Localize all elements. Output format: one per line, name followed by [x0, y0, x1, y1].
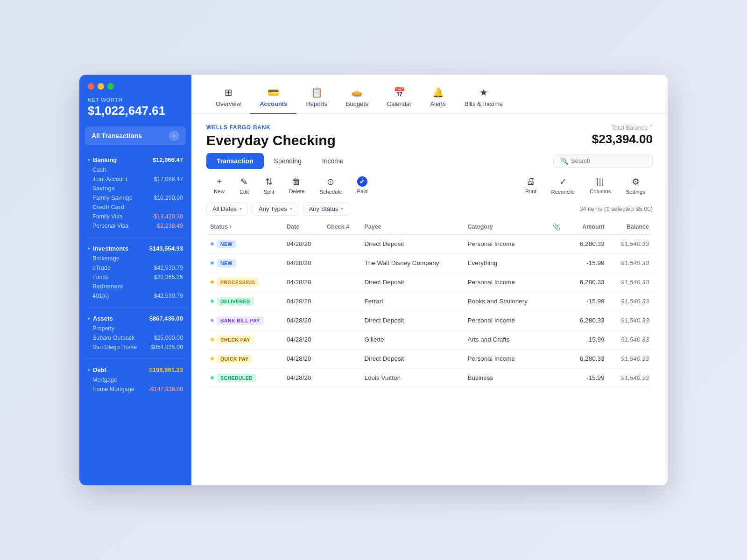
table-row[interactable]: DELIVERED 04/28/20 Ferrari Books and Sta…: [206, 292, 653, 311]
schedule-button[interactable]: ⊙ Schedule: [312, 174, 349, 197]
joint-account-label: Joint Account: [92, 176, 127, 182]
new-button[interactable]: + New: [206, 174, 232, 197]
sidebar-item-home-mortgage[interactable]: Home Mortgage -$147,939.00: [85, 385, 186, 394]
col-status[interactable]: Status ▾: [206, 218, 283, 235]
col-check[interactable]: Check #: [323, 218, 360, 235]
budgets-icon: 🥧: [351, 87, 363, 98]
sidebar-debt-section: ▾ Debt $196,961.23 Mortgage Home Mortgag…: [79, 362, 191, 398]
paid-label: Paid: [357, 189, 367, 194]
debt-header[interactable]: ▾ Debt $196,961.23: [85, 364, 186, 375]
sidebar-assets-section: ▾ Assets $867,435.00 Property Subaru Out…: [79, 310, 191, 356]
sidebar-item-mortgage[interactable]: Mortgage: [85, 375, 186, 385]
sidebar-item-personal-visa[interactable]: Personal Visa -$2,238.49: [85, 221, 186, 231]
all-transactions-button[interactable]: All Transactions ›: [85, 126, 186, 145]
budgets-label: Budgets: [346, 100, 368, 107]
category-cell: Personal Income: [464, 349, 549, 368]
savings-label: Savings: [92, 185, 115, 192]
sidebar-item-401k[interactable]: 401(k) $42,530.79: [85, 291, 186, 301]
sidebar-item-family-visa[interactable]: Family Visa -$13,420.30: [85, 212, 186, 221]
table-row[interactable]: BANK BILL PAY 04/28/20 Direct Deposit Pe…: [206, 311, 653, 330]
sidebar-item-brokerage[interactable]: Brokerage: [85, 254, 186, 263]
status-dot-icon: [210, 242, 214, 246]
maximize-button[interactable]: [107, 83, 114, 90]
paperclip-icon: 📎: [552, 223, 560, 231]
balance-cell: 91,540.33: [608, 234, 653, 253]
table-row[interactable]: NEW 04/28/20 The Walt Disney Company Eve…: [206, 253, 653, 273]
status-cell: NEW: [206, 253, 283, 273]
bills-label: Bills & Income: [465, 100, 503, 107]
sidebar-item-funds[interactable]: Funds $20,365.35: [85, 273, 186, 282]
tab-spending[interactable]: Spending: [264, 153, 312, 169]
delete-button[interactable]: 🗑 Delete: [282, 174, 312, 197]
sidebar-item-san-diego-home[interactable]: San Diego Home $854,825.00: [85, 343, 186, 352]
divider-1: [85, 237, 186, 238]
col-category[interactable]: Category: [464, 218, 549, 235]
dates-filter-label: All Dates: [212, 205, 237, 212]
col-amount[interactable]: Amount: [568, 218, 608, 235]
investments-header[interactable]: ▾ Investments $143,554.93: [85, 242, 186, 254]
minimize-button[interactable]: [98, 83, 104, 90]
print-button[interactable]: 🖨 Print: [518, 174, 544, 197]
nav-item-calendar[interactable]: 📅 Calendar: [378, 83, 421, 114]
nav-item-accounts[interactable]: 💳 Accounts: [250, 83, 296, 114]
status-cell: NEW: [206, 234, 283, 253]
nav-item-alerts[interactable]: 🔔 Alerts: [421, 83, 455, 114]
date-cell: 04/28/20: [283, 368, 323, 387]
sidebar-item-family-savings[interactable]: Family Savings $10,250.00: [85, 193, 186, 203]
balance-cell: 91,540.33: [608, 253, 653, 273]
nav-item-reports[interactable]: 📋 Reports: [296, 83, 337, 114]
nav-item-bills[interactable]: ★ Bills & Income: [455, 83, 512, 114]
balance-cell: 91,540.33: [608, 311, 653, 330]
schedule-icon: ⊙: [327, 176, 334, 187]
types-filter[interactable]: Any Types ▾: [253, 202, 298, 216]
banking-header[interactable]: ▾ Banking $12,066.47: [85, 154, 186, 165]
tab-income[interactable]: Income: [312, 153, 354, 169]
tab-search-row: Transaction Spending Income 🔍: [191, 153, 668, 169]
payee-cell: The Walt Disney Company: [360, 253, 464, 273]
delete-label: Delete: [289, 189, 304, 194]
sidebar-item-savings-header: Savings: [85, 184, 186, 193]
sidebar-item-property[interactable]: Property: [85, 324, 186, 333]
status-badge: QUICK PAY: [217, 355, 252, 363]
family-savings-label: Family Savings: [92, 195, 132, 201]
status-badge: CHECK PAY: [217, 336, 254, 344]
settings-button[interactable]: ⚙ Settings: [618, 174, 653, 197]
col-date[interactable]: Date: [283, 218, 323, 235]
split-button[interactable]: ⇅ Split: [256, 174, 282, 197]
table-row[interactable]: QUICK PAY 04/28/20 Direct Deposit Person…: [206, 349, 653, 368]
reconcile-button[interactable]: ✓ Reconcile: [544, 174, 583, 197]
status-sort-icon: ▾: [229, 224, 232, 229]
dates-filter[interactable]: All Dates ▾: [206, 202, 248, 216]
nav-item-budgets[interactable]: 🥧 Budgets: [337, 83, 378, 114]
status-filter[interactable]: Any Status ▾: [303, 202, 350, 216]
table-row[interactable]: PROCESSING 04/28/20 Direct Deposit Perso…: [206, 273, 653, 292]
edit-label: Edit: [240, 189, 249, 195]
paid-icon: ✔: [357, 176, 367, 187]
nav-item-overview[interactable]: ⊞ Overview: [206, 83, 250, 114]
col-payee[interactable]: Payee: [360, 218, 464, 235]
assets-header[interactable]: ▾ Assets $867,435.00: [85, 312, 186, 324]
col-balance[interactable]: Balance: [608, 218, 653, 235]
sidebar-item-subaru[interactable]: Subaru Outback $25,000.00: [85, 333, 186, 343]
etrade-label: eTrade: [92, 265, 111, 271]
tab-transaction[interactable]: Transaction: [206, 153, 264, 169]
columns-button[interactable]: ||| Columns: [582, 174, 618, 197]
close-button[interactable]: [88, 83, 94, 90]
sidebar-item-etrade[interactable]: eTrade $42,530.79: [85, 263, 186, 273]
date-cell: 04/28/20: [283, 292, 323, 311]
paid-button[interactable]: ✔ Paid: [349, 174, 375, 197]
sidebar-item-cash[interactable]: Cash: [85, 165, 186, 175]
table-row[interactable]: CHECK PAY 04/28/20 Gillette Arts and Cra…: [206, 330, 653, 349]
amount-cell: 6,280.33: [568, 311, 608, 330]
table-row[interactable]: SCHEDULED 04/28/20 Louis Vuitton Busines…: [206, 368, 653, 387]
reconcile-icon: ✓: [559, 176, 567, 187]
status-cell: BANK BILL PAY: [206, 311, 283, 330]
edit-button[interactable]: ✎ Edit: [232, 174, 256, 197]
home-mortgage-value: -$147,939.00: [148, 386, 183, 392]
payee-cell: Ferrari: [360, 292, 464, 311]
edit-icon: ✎: [240, 176, 248, 187]
amount-cell: 6,280.33: [568, 349, 608, 368]
sidebar-item-joint-account[interactable]: Joint Account $17,066.47: [85, 175, 186, 184]
table-row[interactable]: NEW 04/28/20 Direct Deposit Personal Inc…: [206, 234, 653, 253]
search-input[interactable]: [571, 157, 646, 164]
